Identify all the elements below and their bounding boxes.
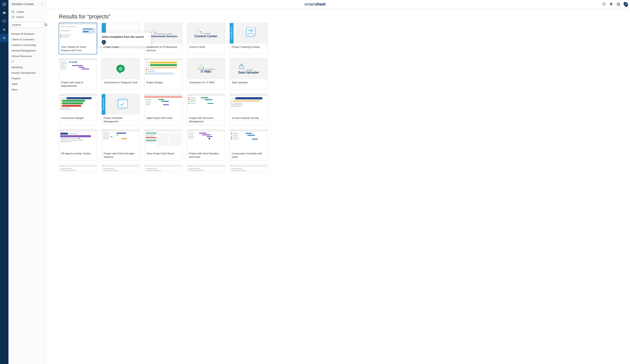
- template-card[interactable]: Template SetProject Tracking & Rollup: [230, 23, 268, 54]
- card-thumb: [59, 23, 97, 44]
- card-title: Project Budget: [144, 79, 182, 86]
- category-item[interactable]: Human Resources: [8, 53, 46, 59]
- card-title: Project with Resource Management: [187, 115, 225, 125]
- svg-text:@: @: [119, 66, 122, 71]
- sidebar-actions: Create Import: [8, 8, 46, 20]
- template-card[interactable]: [59, 165, 97, 172]
- card-title: Project with Gantt & Budget Variance: [102, 150, 140, 161]
- create-action[interactable]: Create: [8, 9, 46, 14]
- card-thumb: Template Set: [230, 23, 268, 44]
- card-title: Project with Hard Deadline and Gantt: [187, 150, 225, 161]
- category-item[interactable]: Projects: [8, 76, 46, 81]
- template-card[interactable]: ✦ smartsheetControl CenterControl Center: [187, 23, 225, 54]
- svg-rect-33: [118, 99, 128, 101]
- recent-icon[interactable]: [0, 17, 8, 25]
- card-thumb: [59, 59, 97, 79]
- card-thumb: [230, 130, 268, 150]
- card-thumb: [230, 94, 268, 115]
- card-thumb: [144, 165, 182, 171]
- template-card[interactable]: PR Agency Activity Tracker: [59, 129, 97, 161]
- svg-point-15: [152, 29, 154, 30]
- template-card[interactable]: Agile Project with Gantt: [144, 94, 182, 125]
- import-label: Import: [16, 15, 24, 18]
- card-title: Time Tracker for Client Projects with Fo…: [59, 44, 97, 54]
- card-title: Smartsheet for Hangouts Chat: [102, 79, 140, 86]
- template-card[interactable]: Project with Gantt & Budget Variance: [102, 129, 140, 161]
- svg-rect-9: [617, 4, 618, 4]
- card-title: PR Agency Activity Tracker: [59, 150, 97, 157]
- category-item[interactable]: IT: [8, 59, 46, 64]
- category-item[interactable]: Sales: [8, 81, 46, 87]
- search-input[interactable]: [12, 23, 44, 26]
- template-card[interactable]: ✦ Smartsheet AcceleratorIT PMOAccelerato…: [187, 58, 225, 90]
- svg-rect-7: [618, 3, 619, 3]
- svg-rect-13: [618, 5, 619, 6]
- template-card[interactable]: Project with Hard Deadline and Gantt: [187, 129, 225, 161]
- card-title: Project with Gantt & Dependencies: [59, 79, 97, 89]
- card-thumb: [187, 130, 225, 150]
- card-thumb: @: [102, 59, 140, 79]
- svg-point-18: [198, 29, 199, 30]
- card-title: Agile Project with Gantt: [144, 115, 182, 122]
- create-icon[interactable]: [0, 34, 8, 42]
- help-icon[interactable]: [602, 2, 606, 6]
- card-thumb: [102, 130, 140, 150]
- card-thumb: [144, 130, 182, 150]
- card-thumb: ✦ smartsheetControl Center: [187, 23, 225, 44]
- template-card[interactable]: Time Tracker for Client Projects with Fo…: [59, 23, 97, 54]
- card-title: Construction Schedule with Gantt: [230, 150, 268, 161]
- svg-rect-14: [619, 5, 620, 6]
- guide-callout: Select templates from the search G: [98, 33, 151, 46]
- notifications-icon[interactable]: [609, 2, 613, 6]
- template-card[interactable]: Project with Gantt & Dependencies: [59, 58, 97, 90]
- template-card[interactable]: Annual Calendar by Day: [230, 94, 268, 125]
- template-card[interactable]: ✦ smartsheetData UploaderData Uploader: [230, 58, 268, 90]
- sidebar: Solution Center Create Import Browse All…: [8, 0, 46, 364]
- app-logo: smartsheet: [304, 2, 326, 7]
- card-thumb: [59, 165, 97, 171]
- category-item[interactable]: Browse All Solutions: [8, 31, 46, 37]
- categories-list: Browse All SolutionsClients & CustomersF…: [8, 29, 46, 94]
- card-thumb: [144, 59, 182, 79]
- template-card[interactable]: Team Project Task Board: [144, 129, 182, 161]
- callout-pin-icon: G: [101, 39, 107, 45]
- card-thumb: [59, 130, 97, 150]
- category-item[interactable]: Marketing: [8, 64, 46, 70]
- template-card[interactable]: Construction Budget: [59, 94, 97, 125]
- template-set-badge: Template Set: [102, 94, 106, 115]
- favorites-icon[interactable]: [0, 25, 8, 34]
- svg-rect-12: [617, 5, 618, 6]
- card-title: Construction Budget: [59, 115, 97, 122]
- card-thumb: [144, 94, 182, 115]
- svg-rect-11: [619, 4, 620, 4]
- template-set-badge: Template Set: [230, 23, 234, 44]
- svg-rect-8: [619, 3, 620, 3]
- template-card[interactable]: [144, 165, 182, 172]
- template-card[interactable]: Project with Resource Management: [187, 94, 225, 125]
- template-card[interactable]: Project Budget: [144, 58, 182, 90]
- menu-icon[interactable]: [0, 0, 8, 8]
- collapse-sidebar-icon[interactable]: [40, 2, 44, 6]
- category-item[interactable]: Clients & Customers: [8, 37, 46, 42]
- apps-icon[interactable]: [616, 2, 620, 6]
- card-title: Project Tracking & Rollup: [230, 44, 268, 51]
- category-item[interactable]: Product Development: [8, 70, 46, 76]
- home-icon[interactable]: [0, 8, 8, 17]
- svg-rect-6: [617, 3, 618, 3]
- template-card[interactable]: [187, 165, 225, 172]
- category-item[interactable]: Finance & Accounting: [8, 42, 46, 48]
- topbar: smartsheet G: [0, 0, 630, 8]
- template-card[interactable]: Construction Schedule with Gantt: [230, 129, 268, 161]
- sidebar-header: Solution Center: [8, 0, 46, 8]
- card-title: Project Schedule Management: [102, 115, 140, 125]
- category-item[interactable]: General Management: [8, 48, 46, 53]
- results-heading: Results for "projects": [59, 13, 624, 20]
- import-action[interactable]: Import: [8, 14, 46, 19]
- svg-point-27: [200, 64, 201, 65]
- template-card[interactable]: Template SetProject Schedule Management: [102, 94, 140, 125]
- category-item[interactable]: More: [8, 87, 46, 92]
- template-card[interactable]: [102, 165, 140, 172]
- account-avatar[interactable]: G: [624, 2, 628, 6]
- template-card[interactable]: @Smartsheet for Hangouts Chat: [102, 58, 140, 90]
- template-card[interactable]: [230, 165, 268, 172]
